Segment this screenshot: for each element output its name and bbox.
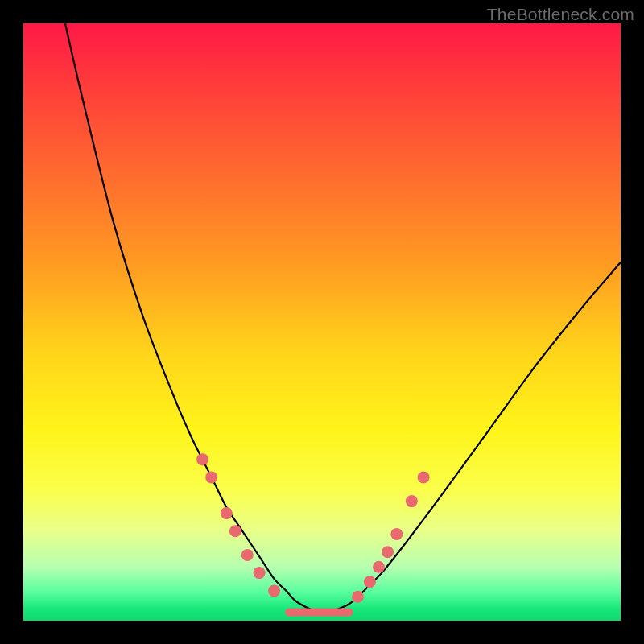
marker-dot bbox=[390, 528, 402, 540]
marker-dot bbox=[221, 507, 233, 519]
marker-dot bbox=[406, 495, 418, 507]
plot-area bbox=[23, 23, 621, 621]
marker-dot bbox=[364, 576, 376, 588]
marker-dot bbox=[205, 471, 217, 483]
curve-layer bbox=[23, 23, 621, 621]
marker-dot bbox=[229, 525, 242, 537]
marker-dot bbox=[242, 549, 254, 561]
chart-frame: TheBottleneck.com bbox=[0, 0, 644, 644]
marker-dot bbox=[382, 546, 394, 558]
bottleneck-curve bbox=[65, 23, 621, 613]
marker-dot bbox=[254, 567, 266, 579]
marker-dot bbox=[196, 453, 208, 465]
marker-dot bbox=[352, 591, 364, 603]
watermark-text: TheBottleneck.com bbox=[487, 5, 634, 24]
marker-dot bbox=[373, 561, 385, 573]
marker-dot bbox=[418, 471, 430, 483]
marker-dot bbox=[268, 584, 280, 597]
marker-dots-right bbox=[352, 471, 430, 602]
